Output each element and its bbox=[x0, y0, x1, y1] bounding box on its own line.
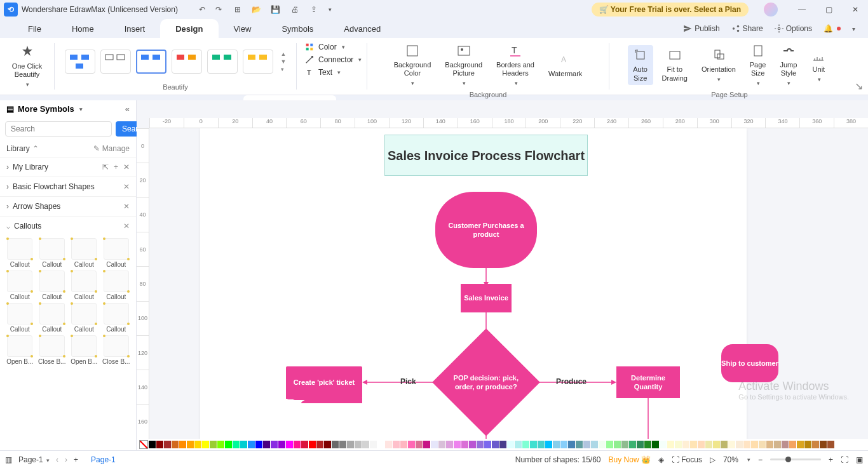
callout-shape[interactable]: Callout bbox=[102, 303, 132, 333]
zoom-level[interactable]: 70% bbox=[723, 455, 738, 464]
color-swatch[interactable] bbox=[194, 441, 201, 448]
color-swatch[interactable] bbox=[827, 441, 834, 448]
color-swatch[interactable] bbox=[400, 441, 407, 448]
menu-dropdown-icon[interactable]: ▾ bbox=[852, 25, 855, 32]
color-swatch[interactable] bbox=[408, 441, 415, 448]
flowchart-title[interactable]: Sales Invoice Process Flowchart bbox=[384, 135, 588, 176]
color-swatch[interactable] bbox=[499, 441, 506, 448]
callout-shape[interactable]: Callout bbox=[102, 271, 132, 300]
undo-icon[interactable]: ↶ bbox=[197, 4, 207, 15]
minimize-button[interactable]: — bbox=[793, 1, 811, 18]
bg-picture-button[interactable]: Background Picture▾ bbox=[440, 41, 487, 90]
color-swatch[interactable] bbox=[492, 441, 499, 448]
symbol-search-input[interactable] bbox=[5, 121, 112, 137]
color-swatch[interactable] bbox=[629, 441, 636, 448]
color-swatch[interactable] bbox=[766, 441, 773, 448]
color-swatch[interactable] bbox=[789, 441, 796, 448]
color-dropdown[interactable]: Color▾ bbox=[304, 41, 345, 53]
color-swatch[interactable] bbox=[164, 441, 171, 448]
qa-more-icon[interactable]: ▾ bbox=[325, 4, 336, 15]
color-swatch[interactable] bbox=[255, 441, 262, 448]
color-swatch[interactable] bbox=[545, 441, 552, 448]
callout-shape[interactable]: Callout bbox=[37, 303, 67, 333]
color-swatch[interactable] bbox=[423, 441, 430, 448]
color-swatch[interactable] bbox=[721, 441, 728, 448]
callout-shape[interactable]: Callout bbox=[37, 271, 67, 300]
borders-button[interactable]: TBorders and Headers▾ bbox=[491, 41, 539, 90]
menu-view[interactable]: View bbox=[219, 19, 267, 38]
callout-shape[interactable]: Callout bbox=[102, 238, 132, 268]
layers-icon[interactable]: ◈ bbox=[658, 455, 664, 464]
color-swatch[interactable] bbox=[614, 441, 621, 448]
color-swatch[interactable] bbox=[278, 441, 285, 448]
color-swatch[interactable] bbox=[774, 441, 781, 448]
fit-drawing-button[interactable]: Fit to Drawing bbox=[657, 45, 693, 84]
presentation-icon[interactable]: ▷ bbox=[710, 455, 715, 464]
color-swatch[interactable] bbox=[820, 441, 827, 448]
shape-decision[interactable]: POP decision: pick, order, or produce? bbox=[432, 328, 540, 436]
color-swatch[interactable] bbox=[339, 441, 346, 448]
next-page-icon[interactable]: › bbox=[65, 455, 67, 464]
shape-start[interactable]: Customer Purchases a product bbox=[435, 192, 537, 268]
color-swatch[interactable] bbox=[751, 441, 758, 448]
buy-now-link[interactable]: Buy Now 👑 bbox=[609, 455, 651, 464]
save-icon[interactable]: 💾 bbox=[271, 4, 281, 15]
shape-pick-ticket[interactable]: Create 'pick' ticket bbox=[286, 366, 362, 398]
color-swatch[interactable] bbox=[172, 441, 179, 448]
color-swatch[interactable] bbox=[179, 441, 186, 448]
maximize-button[interactable]: ▢ bbox=[820, 1, 837, 18]
color-swatch[interactable] bbox=[301, 441, 308, 448]
collapse-panel-icon[interactable]: « bbox=[125, 104, 130, 114]
one-click-beautify-button[interactable]: One Click Beautify▾ bbox=[7, 42, 48, 91]
cat-close-icon[interactable]: ✕ bbox=[123, 222, 130, 231]
color-swatch[interactable] bbox=[591, 441, 598, 448]
color-swatch[interactable] bbox=[515, 441, 522, 448]
fullscreen-icon[interactable]: ▣ bbox=[856, 455, 863, 464]
menu-advanced[interactable]: Advanced bbox=[329, 19, 396, 38]
color-swatch[interactable] bbox=[804, 441, 811, 448]
arrow-shapes-category[interactable]: Arrow Shapes✕ bbox=[0, 196, 136, 216]
color-swatch[interactable] bbox=[530, 441, 537, 448]
canvas-page[interactable]: Sales Invoice Process Flowchart Customer… bbox=[200, 128, 747, 439]
zoom-slider[interactable] bbox=[770, 458, 821, 460]
lib-export-icon[interactable]: ⇱ bbox=[102, 163, 109, 171]
color-swatch[interactable] bbox=[416, 441, 423, 448]
callout-shape[interactable]: Close B... bbox=[37, 335, 67, 365]
color-swatch[interactable] bbox=[469, 441, 476, 448]
zoom-out-icon[interactable]: − bbox=[758, 455, 763, 464]
color-swatch[interactable] bbox=[713, 441, 720, 448]
color-swatch[interactable] bbox=[370, 441, 377, 448]
menu-home[interactable]: Home bbox=[57, 19, 109, 38]
bg-color-button[interactable]: Background Color▾ bbox=[389, 41, 437, 90]
text-dropdown[interactable]: TText▾ bbox=[304, 66, 341, 79]
share-button[interactable]: Share bbox=[731, 24, 763, 33]
color-swatch[interactable] bbox=[652, 441, 659, 448]
color-swatch[interactable] bbox=[271, 441, 278, 448]
theme-3[interactable] bbox=[136, 50, 166, 74]
add-page-icon[interactable]: + bbox=[74, 455, 78, 464]
color-swatch[interactable] bbox=[667, 441, 674, 448]
color-swatch[interactable] bbox=[812, 441, 819, 448]
auto-size-button[interactable]: Auto Size bbox=[628, 45, 653, 84]
shape-invoice[interactable]: Sales Invoice bbox=[461, 284, 512, 312]
color-swatch[interactable] bbox=[233, 441, 240, 448]
color-swatch[interactable] bbox=[149, 441, 156, 448]
library-label[interactable]: Library bbox=[6, 144, 30, 153]
color-swatch[interactable] bbox=[599, 441, 606, 448]
prev-page-icon[interactable]: ‹ bbox=[56, 455, 58, 464]
more-symbols-label[interactable]: More Symbols bbox=[18, 104, 74, 114]
theme-6[interactable] bbox=[243, 50, 273, 74]
basic-shapes-category[interactable]: Basic Flowchart Shapes✕ bbox=[0, 177, 136, 196]
color-swatch[interactable] bbox=[377, 441, 384, 448]
color-swatch[interactable] bbox=[347, 441, 354, 448]
new-icon[interactable]: ⊞ bbox=[233, 4, 243, 15]
color-swatch[interactable] bbox=[316, 441, 323, 448]
page-dropdown[interactable]: Page-1 ▾ bbox=[18, 455, 50, 464]
open-icon[interactable]: 📂 bbox=[252, 4, 262, 15]
color-swatch[interactable] bbox=[187, 441, 194, 448]
watermark-button[interactable]: AWatermark bbox=[543, 50, 587, 81]
color-swatch[interactable] bbox=[560, 441, 567, 448]
callouts-category[interactable]: Callouts✕ bbox=[0, 216, 136, 236]
color-swatch[interactable] bbox=[759, 441, 766, 448]
active-page-tab[interactable]: Page-1 bbox=[91, 455, 116, 464]
